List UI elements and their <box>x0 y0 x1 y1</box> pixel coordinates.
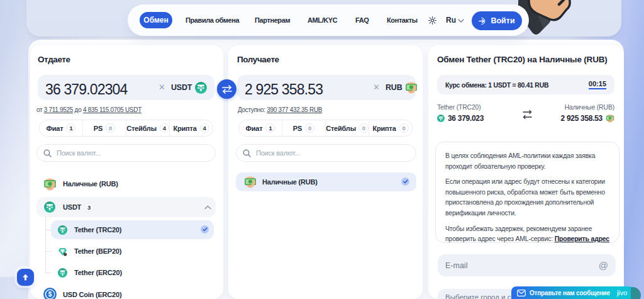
svg-text:$: $ <box>48 291 52 298</box>
